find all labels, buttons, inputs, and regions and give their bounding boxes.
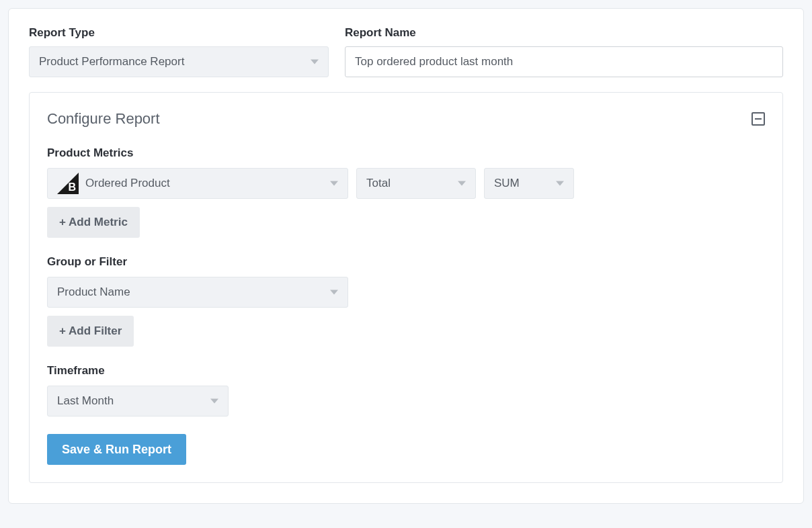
metric-value: Ordered Product — [85, 177, 170, 190]
chevron-down-icon — [311, 58, 319, 66]
top-row: Report Type Product Performance Report R… — [29, 26, 783, 77]
metrics-label: Product Metrics — [47, 146, 765, 160]
chevron-down-icon — [556, 179, 564, 187]
chevron-down-icon — [210, 397, 218, 405]
agg2-value: SUM — [494, 177, 520, 190]
report-type-value: Product Performance Report — [39, 55, 184, 69]
panel-title: Configure Report — [47, 110, 160, 128]
aggregation-select-2[interactable]: SUM — [484, 168, 574, 199]
filter-label: Group or Filter — [47, 255, 765, 269]
chevron-down-icon — [458, 179, 466, 187]
save-run-button[interactable]: Save & Run Report — [47, 434, 186, 465]
report-name-label: Report Name — [345, 26, 783, 40]
add-filter-button[interactable]: + Add Filter — [47, 316, 134, 347]
report-name-input[interactable] — [345, 46, 783, 77]
report-type-select[interactable]: Product Performance Report — [29, 46, 329, 77]
timeframe-select[interactable]: Last Month — [47, 386, 229, 416]
bigcommerce-icon: B — [57, 173, 79, 194]
collapse-icon[interactable] — [752, 112, 765, 126]
metric-select[interactable]: B Ordered Product — [47, 168, 348, 199]
aggregation-select-1[interactable]: Total — [356, 168, 476, 199]
filter-value: Product Name — [57, 285, 130, 299]
timeframe-label: Timeframe — [47, 364, 765, 378]
agg1-value: Total — [366, 177, 391, 190]
timeframe-value: Last Month — [57, 394, 114, 408]
filter-section: Group or Filter Product Name + Add Filte… — [47, 255, 765, 347]
filter-select[interactable]: Product Name — [47, 277, 348, 308]
chevron-down-icon — [330, 288, 338, 296]
configure-panel: Configure Report Product Metrics B Order… — [29, 92, 783, 483]
report-name-field: Report Name — [345, 26, 783, 77]
report-type-field: Report Type Product Performance Report — [29, 26, 329, 77]
timeframe-section: Timeframe Last Month — [47, 364, 765, 416]
metrics-row: B Ordered Product Total SUM — [47, 168, 765, 199]
add-metric-button[interactable]: + Add Metric — [47, 207, 140, 238]
report-card: Report Type Product Performance Report R… — [8, 8, 804, 504]
chevron-down-icon — [330, 179, 338, 187]
panel-header: Configure Report — [47, 110, 765, 128]
metrics-section: Product Metrics B Ordered Product Total … — [47, 146, 765, 238]
report-type-label: Report Type — [29, 26, 329, 40]
